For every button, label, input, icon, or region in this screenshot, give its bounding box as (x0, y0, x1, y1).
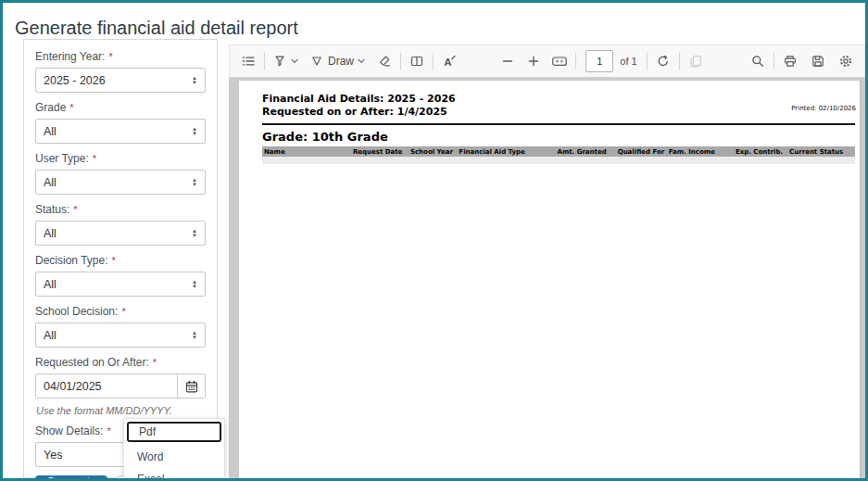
organize-pages-icon (688, 54, 703, 69)
select-arrows-icon: ▲▼ (192, 127, 197, 136)
select-arrows-icon: ▲▼ (192, 76, 197, 85)
requested-date-input[interactable] (36, 374, 177, 398)
highlighter-icon (272, 54, 287, 69)
generate-report-button[interactable]: Generate Report (35, 475, 107, 481)
settings-icon (838, 54, 853, 69)
draw-icon (309, 54, 324, 69)
field-user-type: User Type: * All ▲▼ (35, 152, 206, 195)
settings-button[interactable] (836, 48, 856, 74)
column-header: Current Status (787, 148, 855, 156)
toolbar-separator (575, 53, 576, 70)
select-arrows-icon: ▲▼ (192, 178, 197, 187)
column-header: Exp. Contrib. (734, 148, 787, 156)
grade-section-heading: Grade: 10th Grade (262, 130, 855, 144)
column-header: School Year (409, 148, 457, 156)
column-header: Financial Aid Type (457, 148, 555, 156)
chevron-down-icon (358, 58, 365, 64)
page-number-input[interactable] (585, 50, 613, 72)
column-header: Qualified For (616, 148, 667, 156)
required-marker: * (73, 204, 77, 215)
required-marker: * (69, 102, 73, 113)
fit-width-icon (551, 54, 568, 69)
required-marker: * (121, 306, 125, 317)
document-title: Financial Aid Details: 2025 - 2026 (262, 93, 855, 106)
printed-date: Printed: 02/10/2026 (791, 105, 856, 112)
report-form-panel: Entering Year: * 2025 - 2026 ▲▼ Grade * … (23, 39, 218, 478)
text-select-icon: A (442, 54, 457, 69)
draw-label: Draw (328, 55, 354, 68)
field-requested-date: Requested on Or After: * (35, 356, 206, 399)
pdf-viewer: Draw (229, 44, 865, 478)
organize-pages-button (686, 48, 706, 74)
zoom-out-button[interactable] (497, 48, 518, 74)
book-view-icon (409, 54, 424, 69)
school-decision-select[interactable]: All ▲▼ (35, 323, 206, 348)
grade-label: Grade (35, 101, 66, 114)
grade-value: All (44, 125, 57, 138)
pdf-page: Financial Aid Details: 2025 - 2026 Reque… (239, 81, 861, 478)
status-value: All (44, 227, 57, 240)
school-decision-label: School Decision: (35, 305, 118, 318)
outline-icon (241, 54, 256, 69)
toolbar-separator (774, 53, 774, 70)
status-select[interactable]: All ▲▼ (35, 221, 206, 246)
export-menu-item-pdf[interactable]: Pdf (127, 422, 221, 442)
pdf-toolbar: Draw (229, 44, 865, 78)
column-header: Name (262, 148, 351, 156)
column-header: Request Date (351, 148, 409, 156)
export-menu-item-word[interactable]: Word (124, 446, 224, 468)
pdf-viewer-canvas[interactable]: Financial Aid Details: 2025 - 2026 Reque… (229, 78, 865, 478)
user-type-value: All (44, 176, 57, 189)
toolbar-separator (679, 53, 680, 70)
zoom-out-icon (501, 55, 514, 68)
required-marker: * (93, 153, 96, 164)
toolbar-separator (264, 53, 265, 70)
entering-year-value: 2025 - 2026 (44, 74, 106, 87)
calendar-icon (184, 379, 199, 394)
toolbar-separator (647, 53, 648, 70)
fit-width-button[interactable] (549, 48, 570, 74)
decision-type-label: Decision Type: (35, 254, 108, 267)
calendar-button[interactable] (177, 374, 205, 398)
decision-type-select[interactable]: All ▲▼ (35, 272, 206, 297)
show-details-label: Show Details: (35, 424, 103, 437)
field-grade: Grade * All ▲▼ (35, 101, 206, 144)
column-header: Amt. Granted (555, 148, 615, 156)
select-arrows-icon: ▲▼ (192, 280, 197, 289)
field-status: Status: * All ▲▼ (35, 203, 206, 246)
print-button[interactable] (780, 48, 800, 74)
date-format-helper: Use the format MM/DD/YYYY. (36, 405, 206, 416)
school-decision-value: All (44, 329, 57, 342)
toolbar-separator (433, 53, 434, 70)
required-marker: * (107, 425, 110, 437)
zoom-in-button[interactable] (523, 48, 544, 74)
rotate-icon (656, 54, 671, 69)
outline-button[interactable] (238, 48, 258, 74)
book-view-button[interactable] (407, 48, 427, 74)
draw-button[interactable]: Draw (308, 48, 367, 74)
search-button[interactable] (748, 48, 768, 74)
field-school-decision: School Decision: * All ▲▼ (35, 305, 206, 348)
entering-year-label: Entering Year: (35, 50, 105, 63)
field-decision-type: Decision Type: * All ▲▼ (35, 254, 206, 297)
eraser-button[interactable] (374, 48, 395, 74)
user-type-select[interactable]: All ▲▼ (35, 170, 206, 195)
app-window: Generate financial aid detail report Ent… (0, 0, 868, 481)
highlighter-button[interactable] (270, 48, 300, 74)
entering-year-select[interactable]: 2025 - 2026 ▲▼ (35, 68, 206, 93)
save-button[interactable] (808, 48, 828, 74)
table-header-row: Name Request Date School Year Financial … (262, 146, 855, 157)
export-menu-item-excel[interactable]: Excel (124, 468, 224, 481)
field-entering-year: Entering Year: * 2025 - 2026 ▲▼ (35, 50, 206, 93)
page-count-label: of 1 (620, 56, 636, 67)
search-icon (750, 54, 765, 69)
document-subtitle: Requested on or After: 1/4/2025 (262, 106, 855, 119)
svg-text:A: A (444, 57, 451, 68)
grade-select[interactable]: All ▲▼ (35, 119, 206, 144)
document-divider (262, 123, 855, 125)
required-marker: * (153, 357, 157, 368)
rotate-button[interactable] (653, 48, 673, 74)
empty-table-row (262, 157, 855, 164)
text-select-button[interactable]: A (439, 48, 459, 74)
print-icon (783, 54, 798, 69)
